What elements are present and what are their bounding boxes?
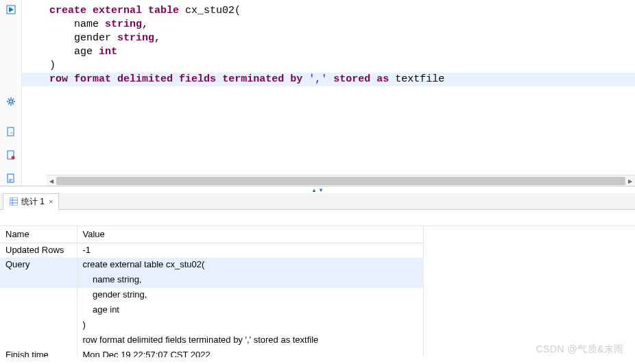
cell-name	[0, 273, 77, 288]
cell-name: Updated Rows	[0, 243, 77, 258]
results-tab-bar: 统计 1 ×	[0, 193, 635, 210]
gear-icon[interactable]	[5, 96, 16, 107]
cell-value: name string,	[77, 273, 424, 288]
cell-name	[0, 318, 77, 333]
code-line[interactable]: row format delimited fields terminated b…	[22, 73, 635, 86]
table-row[interactable]: age int	[0, 303, 424, 318]
code-line[interactable]: )	[49, 59, 635, 73]
svg-point-1	[9, 100, 12, 104]
code-line[interactable]: create external table cx_stu02(	[49, 4, 635, 18]
table-row[interactable]: Finish timeMon Dec 19 22:57:07 CST 2022	[0, 348, 424, 357]
horizontal-scrollbar[interactable]: ◀ ▶	[47, 175, 635, 186]
table-row[interactable]: )	[0, 318, 424, 333]
svg-rect-6	[10, 197, 18, 206]
cell-value: row format delimited fields terminated b…	[77, 333, 424, 348]
export-icon[interactable]	[5, 126, 16, 137]
scroll-left-arrow[interactable]: ◀	[47, 175, 56, 186]
scroll-right-arrow[interactable]: ▶	[625, 175, 635, 186]
table-row[interactable]: Querycreate external table cx_stu02(	[0, 258, 424, 273]
tab-close-icon[interactable]: ×	[49, 197, 53, 206]
cell-value: create external table cx_stu02(	[77, 258, 424, 273]
scrollbar-thumb[interactable]	[56, 177, 625, 185]
column-header-name[interactable]: Name	[0, 226, 77, 243]
cell-value: age int	[77, 303, 424, 318]
code-line[interactable]: age int	[49, 45, 635, 59]
results-panel: Name Value Updated Rows-1Querycreate ext…	[0, 210, 635, 357]
import-icon[interactable]	[5, 149, 16, 160]
editor-gutter	[0, 0, 22, 186]
code-line[interactable]: name string,	[49, 18, 635, 32]
svg-rect-2	[8, 128, 14, 136]
column-header-value[interactable]: Value	[77, 226, 424, 243]
table-row[interactable]: Updated Rows-1	[0, 243, 424, 258]
splitter-handle-icon: ▲ ▼	[304, 188, 331, 192]
table-row[interactable]: gender string,	[0, 288, 424, 303]
cell-value: gender string,	[77, 288, 424, 303]
svg-point-4	[11, 156, 14, 160]
code-line[interactable]: gender string,	[49, 32, 635, 45]
document-icon[interactable]	[5, 173, 16, 184]
cell-name: Finish time	[0, 348, 77, 357]
cell-name	[0, 288, 77, 303]
cell-name	[0, 303, 77, 318]
table-icon	[9, 197, 19, 206]
editor-area: create external table cx_stu02( name str…	[0, 0, 635, 186]
cell-value: )	[77, 318, 424, 333]
code-pane: create external table cx_stu02( name str…	[22, 0, 635, 186]
table-row[interactable]: name string,	[0, 273, 424, 288]
results-toolbar-spacer	[0, 210, 635, 226]
table-row[interactable]: row format delimited fields terminated b…	[0, 333, 424, 348]
pane-splitter[interactable]: ▲ ▼	[0, 186, 635, 193]
results-table: Name Value Updated Rows-1Querycreate ext…	[0, 226, 424, 357]
cell-name	[0, 333, 77, 348]
cell-value: -1	[77, 243, 424, 258]
run-icon[interactable]	[5, 4, 16, 15]
tab-label: 统计 1	[21, 196, 45, 208]
cell-name: Query	[0, 258, 77, 273]
cell-value: Mon Dec 19 22:57:07 CST 2022	[77, 348, 424, 357]
tab-statistics-1[interactable]: 统计 1 ×	[3, 193, 59, 210]
code-editor[interactable]: create external table cx_stu02( name str…	[22, 0, 635, 175]
